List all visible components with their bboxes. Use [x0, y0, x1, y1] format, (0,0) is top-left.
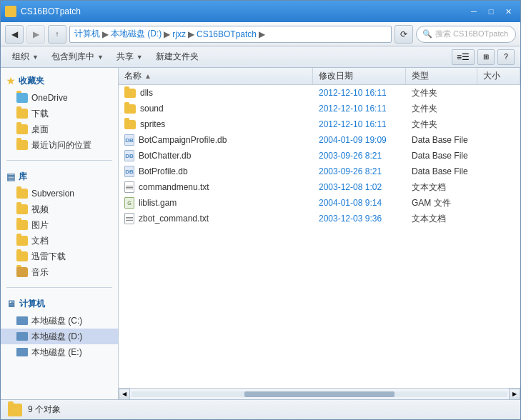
sidebar-item-drive-d[interactable]: 本地磁盘 (D:)	[1, 329, 118, 344]
back-button[interactable]: ◀	[5, 25, 24, 44]
thunder-folder-icon	[16, 251, 28, 261]
sidebar-favorites-section: ★ 收藏夹 OneDrive 下载 桌面 最近访问的位置	[1, 68, 118, 157]
botprofile-db-icon: DB	[124, 166, 134, 177]
statusbar: 9 个对象	[1, 399, 520, 419]
dlls-size	[477, 85, 520, 101]
search-bar[interactable]: 🔍 搜索 CS16BOTpatch	[416, 26, 516, 43]
file-item-commandmenu[interactable]: commandmenu.txt 2003-12-08 1:02 文本文档	[119, 179, 520, 195]
h-scroll-thumb[interactable]	[244, 391, 395, 397]
sound-type: 文件夹	[406, 101, 477, 116]
breadcrumb-rjxz[interactable]: rjxz	[172, 29, 186, 39]
file-item-botprofile[interactable]: DB BotProfile.db 2003-09-26 8:21 Data Ba…	[119, 164, 520, 179]
sidebar: ★ 收藏夹 OneDrive 下载 桌面 最近访问的位置	[1, 68, 119, 399]
botprofile-type: Data Base File	[406, 164, 477, 179]
sidebar-item-desktop[interactable]: 桌面	[1, 121, 118, 137]
restore-button[interactable]: □	[483, 4, 499, 19]
favorites-star-icon: ★	[6, 76, 15, 86]
botprofile-size	[477, 164, 520, 179]
computer-icon: 🖥	[6, 299, 16, 309]
file-item-liblist[interactable]: G liblist.gam 2004-01-08 9:14 GAM 文件	[119, 195, 520, 211]
file-list: dlls 2012-12-10 16:11 文件夹 sound 2012-12-…	[119, 85, 520, 388]
sidebar-item-pictures[interactable]: 图片	[1, 217, 118, 233]
organize-chevron-icon: ▼	[32, 54, 39, 61]
liblist-gam-icon: G	[124, 197, 134, 209]
view-toggle-button[interactable]: ⊞	[477, 49, 495, 65]
botchatter-date: 2003-09-26 8:21	[313, 148, 406, 164]
titlebar-title: CS16BOTpatch	[21, 6, 466, 16]
search-placeholder: 搜索 CS16BOTpatch	[435, 29, 508, 39]
sidebar-item-onedrive[interactable]: OneDrive	[1, 90, 118, 106]
desktop-folder-icon	[16, 124, 28, 134]
explorer-window: CS16BOTpatch ─ □ ✕ ◀ ▶ ↑ 计算机 ▶ 本地磁盘 (D:)…	[0, 0, 521, 420]
close-button[interactable]: ✕	[500, 4, 516, 19]
sidebar-item-download[interactable]: 下载	[1, 106, 118, 121]
toolbar: 组织 ▼ 包含到库中 ▼ 共享 ▼ 新建文件夹 ≡☰ ⊞ ?	[1, 46, 520, 68]
subversion-folder-icon	[16, 189, 28, 199]
sidebar-computer-section: 🖥 计算机 本地磁盘 (C:) 本地磁盘 (D:) 本地磁盘 (E:)	[1, 291, 118, 364]
breadcrumb-bar[interactable]: 计算机 ▶ 本地磁盘 (D:) ▶ rjxz ▶ CS16BOTpatch ▶	[69, 26, 392, 43]
sidebar-libraries-section: ▤ 库 Subversion 视频 图片 文档	[1, 164, 118, 284]
organize-button[interactable]: 组织 ▼	[6, 49, 44, 65]
forward-button[interactable]: ▶	[26, 25, 45, 44]
col-header-size[interactable]: 大小	[477, 68, 520, 84]
titlebar-buttons: ─ □ ✕	[466, 4, 516, 19]
up-button[interactable]: ↑	[48, 25, 66, 44]
file-item-dlls[interactable]: dlls 2012-12-10 16:11 文件夹	[119, 85, 520, 101]
view-options-button[interactable]: ≡☰	[452, 49, 475, 65]
sound-folder-icon	[124, 104, 136, 114]
sidebar-sep-1	[6, 160, 112, 161]
sidebar-sep-2	[6, 287, 112, 288]
file-list-header: 名称 ▲ 修改日期 类型 大小	[119, 68, 520, 85]
file-item-zbot[interactable]: zbot_command.txt 2003-12-03 9:36 文本文档	[119, 211, 520, 226]
zbot-size	[477, 211, 520, 226]
share-button[interactable]: 共享 ▼	[111, 49, 149, 65]
recent-folder-icon	[16, 140, 28, 150]
help-button[interactable]: ?	[497, 49, 515, 65]
file-item-sprites[interactable]: sprites 2012-12-10 16:11 文件夹	[119, 116, 520, 132]
refresh-button[interactable]: ⟳	[395, 25, 413, 44]
sidebar-item-drive-c[interactable]: 本地磁盘 (C:)	[1, 313, 118, 329]
h-scroll-right-button[interactable]: ▶	[509, 389, 520, 400]
sprites-date: 2012-12-10 16:11	[313, 116, 406, 132]
onedrive-folder-icon	[16, 93, 28, 103]
col-header-date[interactable]: 修改日期	[313, 68, 406, 84]
col-header-name[interactable]: 名称 ▲	[119, 68, 313, 84]
sidebar-computer-header[interactable]: 🖥 计算机	[1, 295, 118, 313]
file-item-botchatter[interactable]: DB BotChatter.db 2003-09-26 8:21 Data Ba…	[119, 148, 520, 164]
liblist-type: GAM 文件	[406, 195, 477, 211]
liblist-date: 2004-01-08 9:14	[313, 195, 406, 211]
breadcrumb-current[interactable]: CS16BOTpatch	[197, 29, 257, 39]
botchatter-db-icon: DB	[124, 150, 134, 161]
botcampaign-date: 2004-01-09 19:09	[313, 132, 406, 148]
file-item-botcampaign[interactable]: DB BotCampaignProfile.db 2004-01-09 19:0…	[119, 132, 520, 148]
zbot-type: 文本文档	[406, 211, 477, 226]
sidebar-item-thunder[interactable]: 迅雷下载	[1, 249, 118, 264]
minimize-button[interactable]: ─	[466, 4, 482, 19]
sidebar-libraries-header[interactable]: ▤ 库	[1, 168, 118, 186]
content-area: 名称 ▲ 修改日期 类型 大小 dlls	[119, 68, 520, 399]
horizontal-scrollbar[interactable]: ◀ ▶	[119, 388, 520, 399]
sidebar-favorites-header[interactable]: ★ 收藏夹	[1, 72, 118, 90]
sidebar-item-documents[interactable]: 文档	[1, 233, 118, 249]
pictures-folder-icon	[16, 220, 28, 230]
addressbar: ◀ ▶ ↑ 计算机 ▶ 本地磁盘 (D:) ▶ rjxz ▶ CS16BOTpa…	[1, 22, 520, 46]
h-scroll-left-button[interactable]: ◀	[119, 389, 130, 400]
sidebar-item-subversion[interactable]: Subversion	[1, 186, 118, 201]
breadcrumb-drive[interactable]: 本地磁盘 (D:)	[111, 28, 162, 40]
include-library-button[interactable]: 包含到库中 ▼	[46, 49, 109, 65]
file-item-sound[interactable]: sound 2012-12-10 16:11 文件夹	[119, 101, 520, 116]
breadcrumb-computer[interactable]: 计算机	[74, 28, 100, 40]
commandmenu-type: 文本文档	[406, 179, 477, 195]
sidebar-item-drive-e[interactable]: 本地磁盘 (E:)	[1, 344, 118, 360]
sidebar-item-music[interactable]: 音乐	[1, 264, 118, 280]
new-folder-button[interactable]: 新建文件夹	[150, 49, 204, 65]
sidebar-item-video[interactable]: 视频	[1, 201, 118, 217]
dlls-date: 2012-12-10 16:11	[313, 85, 406, 101]
sidebar-item-recent[interactable]: 最近访问的位置	[1, 137, 118, 153]
col-header-type[interactable]: 类型	[406, 68, 477, 84]
commandmenu-txt-icon	[124, 181, 134, 193]
sprites-folder-icon	[124, 120, 136, 129]
botcampaign-type: Data Base File	[406, 132, 477, 148]
botchatter-type: Data Base File	[406, 148, 477, 164]
botprofile-date: 2003-09-26 8:21	[313, 164, 406, 179]
